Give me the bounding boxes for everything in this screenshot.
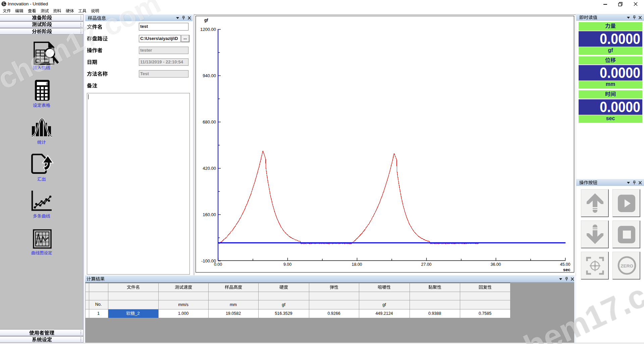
svg-text:sec: sec	[563, 267, 571, 272]
svg-text:27.00: 27.00	[421, 262, 431, 267]
svg-text:940.00: 940.00	[203, 73, 216, 78]
svg-text:420.00: 420.00	[203, 166, 216, 171]
svg-text:18.00: 18.00	[352, 262, 362, 267]
svg-text:ZERO: ZERO	[621, 263, 633, 268]
svg-text:0: 0	[46, 82, 48, 86]
svg-text:gf: gf	[204, 18, 208, 22]
svg-text:45.00: 45.00	[560, 262, 570, 267]
svg-text:36.00: 36.00	[490, 262, 501, 267]
svg-text:0.00: 0.00	[214, 262, 222, 267]
svg-text:160.00: 160.00	[203, 212, 216, 217]
svg-text:1200.00: 1200.00	[200, 27, 216, 32]
svg-text:680.00: 680.00	[203, 119, 216, 125]
svg-text:9.00: 9.00	[283, 262, 291, 267]
